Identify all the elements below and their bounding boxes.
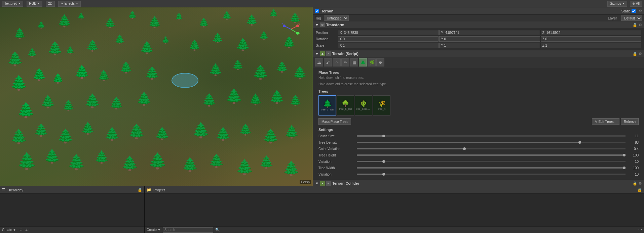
tree-density-row: Tree Density 83 bbox=[318, 139, 639, 145]
tree-thumbnails-container: 🌲 tree_3_lod 🌳 tree_6_lod 🌵 tree_death_T… bbox=[316, 94, 641, 117]
terrain-collider-header[interactable]: ▼ ▲ ✓ Terrain Collider 🔒 ⚙ bbox=[313, 180, 644, 186]
scale-x-field[interactable]: X 1 bbox=[338, 43, 439, 48]
terrain-tool-trees[interactable]: 🌲 bbox=[359, 58, 367, 66]
tree-thumb-1[interactable]: 🌳 tree_6_lod bbox=[337, 95, 354, 115]
project-panel: 📁 Project 🔒 Create ▼ 🔍 ⋯ bbox=[145, 186, 644, 233]
tree-thumb-0[interactable]: 🌲 tree_3_lod bbox=[318, 95, 336, 115]
project-search[interactable] bbox=[163, 227, 213, 233]
layer-dropdown[interactable]: Default bbox=[621, 15, 642, 21]
settings-label: Settings bbox=[316, 126, 641, 132]
tree-thumb-3[interactable]: 🌾 tree_4 bbox=[373, 95, 390, 115]
color-variation-label: Color Variation bbox=[318, 147, 355, 151]
obj-enabled-checkbox[interactable] bbox=[315, 9, 319, 13]
scale-y-field[interactable]: Y 1 bbox=[439, 43, 540, 48]
project-create-btn[interactable]: Create ▼ bbox=[147, 228, 161, 232]
transform-component: ▼ ⊕ Transform 🔒 ⚙ Position X -346.7538 bbox=[313, 21, 644, 50]
hierarchy-tab-label: Hierarchy bbox=[7, 188, 23, 192]
settings-dots-icon[interactable]: ⚙ bbox=[639, 23, 642, 27]
gizmos-dropdown[interactable]: Gizmos ▼ bbox=[607, 1, 627, 7]
settings-dots-icon2[interactable]: ⚙ bbox=[639, 52, 642, 56]
pos-z-field[interactable]: Z -161.8922 bbox=[541, 30, 641, 35]
hierarchy-toolbar: Create ▼ ⊕ All bbox=[0, 226, 144, 233]
2d-button[interactable]: 2D bbox=[46, 1, 55, 7]
terrain-tool-raise[interactable]: ⛰ bbox=[315, 58, 323, 66]
tree-height-fill bbox=[357, 154, 626, 156]
inspector-panel: Terrain Static ⚙ Tag Untagged Layer Defa… bbox=[313, 7, 644, 186]
rot-x-field[interactable]: X 0 bbox=[338, 36, 439, 42]
tree-width-track[interactable] bbox=[357, 167, 626, 169]
tag-dropdown[interactable]: Untagged bbox=[324, 15, 349, 21]
position-label: Position bbox=[316, 31, 336, 35]
tree-actions: Mass Place Trees ✎ Edit Trees... Refresh bbox=[316, 117, 641, 126]
scale-label: Scale bbox=[316, 44, 336, 47]
color-variation-thumb bbox=[463, 147, 466, 150]
tree-height-track[interactable] bbox=[357, 154, 626, 156]
terrain-tool-settings[interactable]: ⚙ bbox=[376, 58, 384, 66]
tree-thumb-label-3: tree_4 bbox=[373, 107, 390, 110]
rot-z-field[interactable]: Z 0 bbox=[541, 36, 641, 42]
project-tab[interactable]: Project bbox=[153, 188, 165, 192]
color-variation-track[interactable] bbox=[357, 148, 626, 149]
terrain-script-header[interactable]: ▼ ▲ ✓ Terrain (Script) 🔒 ⚙ bbox=[313, 50, 644, 57]
project-lock-icon[interactable]: 🔒 bbox=[637, 188, 642, 192]
collider-icon: ▲ bbox=[320, 181, 325, 186]
gizmos-arrow: ▼ bbox=[622, 2, 625, 5]
color-variation-fill bbox=[357, 148, 464, 149]
edit-trees-btn[interactable]: ✎ Edit Trees... bbox=[592, 118, 619, 125]
tree-width-fill bbox=[357, 167, 626, 169]
scene-trees: 🌲 🌲 🌲 🌲 🌲 🌲 🌲 🌲 🌲 🌲 🌲 🌲 🌲 🌲 🌲 🌲 🌲 🌲 bbox=[0, 7, 313, 186]
brush-size-label: Brush Size bbox=[318, 134, 355, 138]
refresh-btn[interactable]: Refresh bbox=[621, 118, 639, 125]
transform-header[interactable]: ▼ ⊕ Transform 🔒 ⚙ bbox=[313, 21, 644, 28]
textured-dropdown[interactable]: Textured ▼ bbox=[2, 1, 23, 7]
lock-icon2[interactable]: 🔒 bbox=[633, 52, 637, 56]
settings-section: Brush Size 11 Tree Density 83 bbox=[316, 132, 641, 178]
effects-arrow: ▼ bbox=[76, 2, 78, 5]
rgb-dropdown[interactable]: RGB ▼ bbox=[27, 1, 42, 7]
width-variation-track[interactable] bbox=[357, 174, 626, 175]
tree-density-thumb bbox=[578, 141, 581, 144]
tag-layer-row: Tag Untagged Layer Default bbox=[313, 15, 644, 21]
create2-label: Create bbox=[147, 228, 157, 232]
width-variation-value: 10 bbox=[627, 173, 639, 176]
rot-y-value: Y 0 bbox=[441, 37, 446, 41]
collider-settings: 🔒 ⚙ bbox=[633, 181, 642, 186]
hierarchy-tab[interactable]: Hierarchy bbox=[7, 188, 23, 192]
scene-gizmo: X Y Z bbox=[281, 19, 301, 39]
terrain-tool-stamp[interactable]: ✏ bbox=[341, 58, 349, 66]
static-checkbox[interactable] bbox=[632, 9, 636, 13]
tree-width-value: 100 bbox=[627, 166, 639, 170]
lock-icon3[interactable]: 🔒 bbox=[633, 181, 637, 186]
terrain-tool-texture[interactable]: ▦ bbox=[350, 58, 358, 66]
create2-arrow: ▼ bbox=[157, 228, 161, 232]
hierarchy-create-btn[interactable]: Create ▼ bbox=[2, 228, 16, 232]
settings-icon[interactable]: ⚙ bbox=[639, 9, 642, 13]
tree-thumb-2[interactable]: 🌵 tree_death_Tree bbox=[355, 95, 372, 115]
tree-density-track[interactable] bbox=[357, 142, 626, 143]
lock-icon[interactable]: 🔒 bbox=[633, 23, 637, 27]
scale-z-field[interactable]: Z 1 bbox=[541, 43, 641, 48]
viewport[interactable]: 🌲 🌲 🌲 🌲 🌲 🌲 🌲 🌲 🌲 🌲 🌲 🌲 🌲 🌲 🌲 🌲 🌲 🌲 bbox=[0, 7, 313, 186]
effects-dropdown[interactable]: ☀ Effects ▼ bbox=[58, 1, 81, 7]
pos-x-field[interactable]: X -346.7538 bbox=[338, 30, 439, 35]
tree-density-label: Tree Density bbox=[318, 141, 355, 144]
settings-dots-icon3[interactable]: ⚙ bbox=[639, 181, 642, 186]
terrain-tool-detail[interactable]: 🌿 bbox=[368, 58, 376, 66]
pos-y-field[interactable]: Y -4.097141 bbox=[439, 30, 540, 35]
width-variation-thumb bbox=[382, 173, 385, 176]
all-dropdown[interactable]: ⊕ All bbox=[630, 1, 642, 7]
transform-icon: ⊕ bbox=[320, 22, 325, 27]
width-variation-label: Variation bbox=[318, 173, 355, 176]
terrain-tool-paint[interactable]: 🖌 bbox=[324, 58, 332, 66]
hierarchy-lock-icon[interactable]: 🔒 bbox=[138, 188, 142, 192]
brush-size-track[interactable] bbox=[357, 135, 626, 137]
height-variation-track[interactable] bbox=[357, 161, 626, 162]
mass-place-btn[interactable]: Mass Place Trees bbox=[318, 118, 351, 125]
project-options-icon[interactable]: ⋯ bbox=[638, 228, 642, 232]
rot-y-field[interactable]: Y 0 bbox=[439, 36, 540, 42]
project-icon: 📁 bbox=[147, 188, 151, 192]
terrain-tool-smooth[interactable]: 〰 bbox=[333, 58, 341, 66]
project-toolbar: Create ▼ 🔍 ⋯ bbox=[145, 226, 644, 233]
top-toolbar: Textured ▼ RGB ▼ 2D ☀ Effects ▼ Gizmos ▼… bbox=[0, 0, 644, 7]
rot-x-value: X 0 bbox=[340, 37, 345, 41]
